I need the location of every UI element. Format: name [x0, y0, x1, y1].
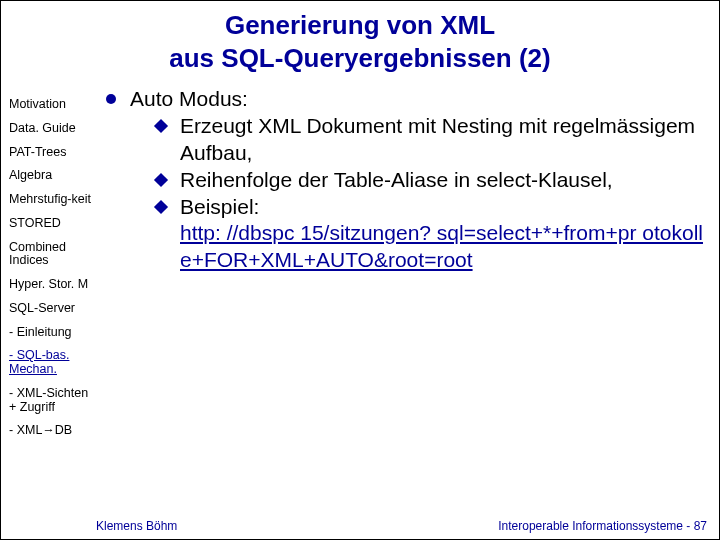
sidebar-item-sqlbas-mechan[interactable]: - SQL-bas. Mechan. — [9, 349, 96, 377]
sidebar-item-motivation[interactable]: Motivation — [9, 98, 96, 112]
bullet-diamond-icon — [154, 119, 168, 133]
footer-author: Klemens Böhm — [96, 519, 177, 533]
footer: Klemens Böhm Interoperable Informationss… — [1, 519, 719, 533]
sidebar-item-pattrees[interactable]: PAT-Trees — [9, 146, 96, 160]
bullet-l2: Reihenfolge der Table-Aliase in select-K… — [156, 167, 704, 193]
sidebar-item-xml-db[interactable]: - XML→DB — [9, 424, 96, 438]
bullet-l2: Erzeugt XML Dokument mit Nesting mit reg… — [156, 113, 704, 166]
sidebar-item-xml-sichten[interactable]: - XML-Sichten + Zugriff — [9, 387, 96, 415]
content: Auto Modus: Erzeugt XML Dokument mit Nes… — [96, 78, 719, 506]
bullet-circle-icon — [106, 94, 116, 104]
sidebar-item-combined-indices[interactable]: Combined Indices — [9, 241, 96, 269]
body-area: Motivation Data. Guide PAT-Trees Algebra… — [1, 78, 719, 506]
sidebar-item-einleitung[interactable]: - Einleitung — [9, 326, 96, 340]
sidebar-item-algebra[interactable]: Algebra — [9, 169, 96, 183]
bullet-l1: Auto Modus: — [96, 86, 704, 112]
title-line2: aus SQL-Queryergebnissen (2) — [169, 43, 550, 73]
sidebar-item-hyperstorm[interactable]: Hyper. Stor. M — [9, 278, 96, 292]
bullet-diamond-icon — [154, 200, 168, 214]
sidebar-item-stored[interactable]: STORED — [9, 217, 96, 231]
bullet-l2-text: Beispiel: http: //dbspc 15/sitzungen? sq… — [180, 194, 704, 273]
sidebar-item-dataguide[interactable]: Data. Guide — [9, 122, 96, 136]
bullet-diamond-icon — [154, 173, 168, 187]
example-label: Beispiel: — [180, 195, 259, 218]
slide-title: Generierung von XML aus SQL-Queryergebni… — [1, 1, 719, 78]
sidebar: Motivation Data. Guide PAT-Trees Algebra… — [1, 78, 96, 506]
bullet-l1-text: Auto Modus: — [130, 86, 704, 112]
title-line1: Generierung von XML — [225, 10, 495, 40]
bullet-l2-text: Reihenfolge der Table-Aliase in select-K… — [180, 167, 704, 193]
bullet-l2: Beispiel: http: //dbspc 15/sitzungen? sq… — [156, 194, 704, 273]
example-url[interactable]: http: //dbspc 15/sitzungen? sql=select+*… — [180, 221, 703, 270]
sidebar-item-mehrstufigkeit[interactable]: Mehrstufig-keit — [9, 193, 96, 207]
bullet-l2-text: Erzeugt XML Dokument mit Nesting mit reg… — [180, 113, 704, 166]
sidebar-item-sqlserver[interactable]: SQL-Server — [9, 302, 96, 316]
footer-page: Interoperable Informationssysteme - 87 — [498, 519, 707, 533]
